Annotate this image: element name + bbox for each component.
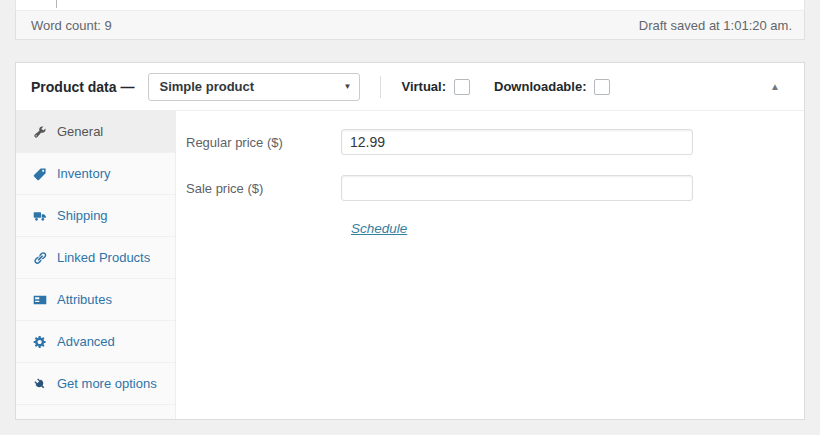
- tab-general[interactable]: General: [16, 111, 175, 153]
- downloadable-label: Downloadable:: [494, 79, 586, 94]
- tab-label: Get more options: [57, 376, 157, 391]
- tab-inventory[interactable]: Inventory: [16, 153, 175, 195]
- link-icon: [33, 251, 47, 265]
- schedule-link[interactable]: Schedule: [351, 221, 407, 236]
- regular-price-row: Regular price ($): [176, 129, 804, 155]
- truck-icon: [33, 209, 47, 223]
- tab-label: Attributes: [57, 292, 112, 307]
- tab-linked-products[interactable]: Linked Products: [16, 237, 175, 279]
- product-data-body: GeneralInventoryShippingLinked ProductsA…: [16, 111, 804, 419]
- tab-shipping[interactable]: Shipping: [16, 195, 175, 237]
- virtual-label: Virtual:: [401, 79, 446, 94]
- draft-saved-status: Draft saved at 1:01:20 am.: [639, 18, 792, 33]
- editor-caret: [56, 0, 57, 8]
- word-count: Word count: 9: [31, 18, 112, 33]
- tag-icon: [33, 167, 47, 181]
- tab-label: Linked Products: [57, 250, 150, 265]
- tab-get-more-options[interactable]: Get more options: [16, 363, 175, 405]
- gear-icon: [33, 335, 47, 349]
- sale-price-row: Sale price ($): [176, 175, 804, 201]
- downloadable-checkbox[interactable]: [594, 79, 610, 95]
- regular-price-label: Regular price ($): [176, 135, 341, 150]
- collapse-panel-icon[interactable]: ▲: [770, 82, 780, 92]
- header-divider: [380, 76, 381, 98]
- product-type-select-wrap: Simple product ▼: [148, 73, 360, 101]
- editor-statusbar: Word count: 9 Draft saved at 1:01:20 am.: [15, 10, 805, 40]
- editor-bottom-strip: [15, 0, 805, 10]
- sale-price-label: Sale price ($): [176, 181, 341, 196]
- tab-label: Inventory: [57, 166, 110, 181]
- tab-label: Shipping: [57, 208, 108, 223]
- regular-price-input[interactable]: [341, 129, 693, 155]
- tab-attributes[interactable]: Attributes: [16, 279, 175, 321]
- general-tab-panel: Regular price ($) Sale price ($) Schedul…: [176, 111, 804, 419]
- product-data-tabs: GeneralInventoryShippingLinked ProductsA…: [16, 111, 176, 419]
- wrench-icon: [33, 125, 47, 139]
- sale-price-input[interactable]: [341, 175, 693, 201]
- plug-icon: [33, 377, 47, 391]
- downloadable-field: Downloadable:: [494, 79, 610, 95]
- page: Word count: 9 Draft saved at 1:01:20 am.…: [0, 0, 820, 435]
- tab-advanced[interactable]: Advanced: [16, 321, 175, 363]
- product-data-title: Product data —: [31, 79, 134, 95]
- virtual-field: Virtual:: [401, 79, 470, 95]
- product-type-select[interactable]: Simple product: [148, 73, 360, 101]
- product-data-header: Product data — Simple product ▼ Virtual:…: [16, 63, 804, 111]
- tab-label: Advanced: [57, 334, 115, 349]
- virtual-checkbox[interactable]: [454, 79, 470, 95]
- product-data-metabox: Product data — Simple product ▼ Virtual:…: [15, 62, 805, 420]
- tab-label: General: [57, 124, 103, 139]
- card-icon: [33, 293, 47, 307]
